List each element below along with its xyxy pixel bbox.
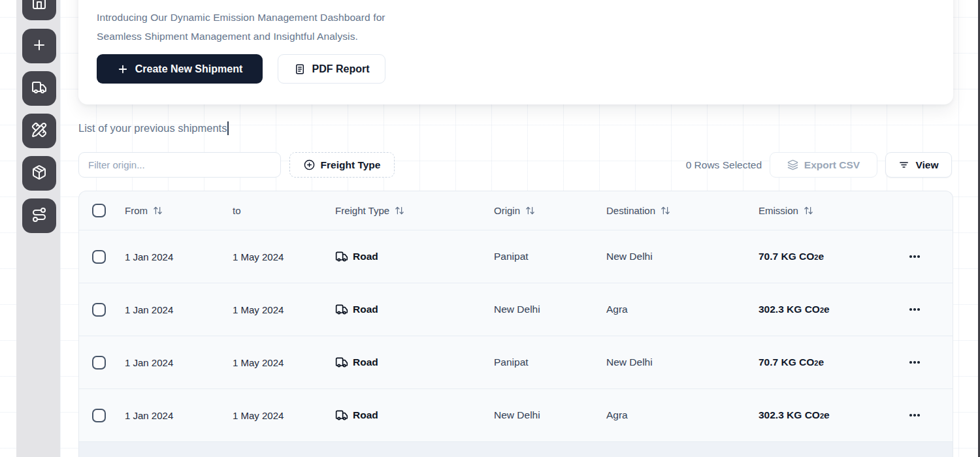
emission-unit-tail: e xyxy=(818,251,824,262)
cell-freight-type: Road xyxy=(335,250,494,263)
cell-from: 1 Jan 2024 xyxy=(125,251,233,262)
column-header-destination[interactable]: Destination xyxy=(606,205,759,216)
emission-value: 70.7 KG CO xyxy=(759,356,814,368)
plus-icon xyxy=(31,37,47,55)
freight-type-filter-button[interactable]: Freight Type xyxy=(289,152,395,178)
truck-icon xyxy=(335,356,348,369)
cell-emission: 70.7 KG CO2e xyxy=(759,251,907,262)
select-row-checkbox[interactable] xyxy=(92,250,106,264)
truck-icon xyxy=(335,409,348,422)
pdf-report-label: PDF Report xyxy=(312,63,370,75)
list-heading-text: List of your previous shipments xyxy=(78,122,227,134)
hero-card: Introducing Our Dynamic Emission Managem… xyxy=(78,0,953,104)
sort-icon xyxy=(395,206,404,215)
pencil-ruler-icon xyxy=(31,122,47,140)
table-header-row: From to Freight Type Origin Destination … xyxy=(79,191,953,230)
column-label: From xyxy=(125,205,148,216)
emission-value: 302.3 KG CO xyxy=(759,409,820,421)
freight-type-label: Road xyxy=(353,356,378,368)
table-footer-strip xyxy=(79,442,953,457)
sidebar-item-packages[interactable] xyxy=(22,156,56,191)
sidebar-item-home[interactable] xyxy=(22,0,56,20)
report-icon xyxy=(294,63,306,75)
list-heading: List of your previous shipments xyxy=(78,121,229,135)
row-actions-button[interactable] xyxy=(907,251,923,262)
filter-origin-input[interactable] xyxy=(78,152,281,178)
export-csv-label: Export CSV xyxy=(804,159,860,171)
plus-icon xyxy=(117,63,129,75)
view-options-label: View xyxy=(915,159,938,171)
shipments-table: From to Freight Type Origin Destination … xyxy=(78,191,953,457)
cell-freight-type: Road xyxy=(335,409,494,422)
sort-icon xyxy=(153,206,163,215)
cell-to: 1 May 2024 xyxy=(233,304,335,315)
route-icon xyxy=(31,207,47,225)
cell-from: 1 Jan 2024 xyxy=(125,410,233,421)
hero-description: Introducing Our Dynamic Emission Managem… xyxy=(97,8,385,46)
circle-plus-icon xyxy=(304,159,315,170)
cell-origin: New Delhi xyxy=(494,304,606,315)
cell-destination: Agra xyxy=(606,409,759,421)
column-header-origin[interactable]: Origin xyxy=(494,205,606,216)
truck-icon xyxy=(31,80,47,98)
hero-actions: Create New Shipment PDF Report xyxy=(97,54,385,84)
table-toolbar: Freight Type 0 Rows Selected Export CSV … xyxy=(0,152,980,178)
cell-emission: 302.3 KG CO2e xyxy=(759,304,907,315)
sidebar xyxy=(16,0,60,457)
column-label: Freight Type xyxy=(335,205,389,216)
table-row: 1 Jan 2024 1 May 2024 Road New Delhi Agr… xyxy=(79,283,953,336)
column-label: to xyxy=(233,205,241,216)
export-csv-button[interactable]: Export CSV xyxy=(770,152,877,178)
cell-freight-type: Road xyxy=(335,356,494,369)
freight-type-label: Road xyxy=(353,409,378,421)
sidebar-item-routes[interactable] xyxy=(22,198,56,233)
cell-destination: Agra xyxy=(606,304,759,315)
emission-unit-tail: e xyxy=(824,409,830,421)
cell-to: 1 May 2024 xyxy=(233,357,335,368)
table-row: 1 Jan 2024 1 May 2024 Road Panipat New D… xyxy=(79,230,953,283)
freight-type-label: Road xyxy=(353,304,378,315)
table-row: 1 Jan 2024 1 May 2024 Road Panipat New D… xyxy=(79,336,953,389)
cell-to: 1 May 2024 xyxy=(233,410,335,421)
filter-lines-icon xyxy=(898,159,909,170)
view-options-button[interactable]: View xyxy=(885,152,952,178)
column-label: Emission xyxy=(759,205,798,216)
create-new-shipment-label: Create New Shipment xyxy=(135,63,242,75)
package-icon xyxy=(31,165,47,183)
cell-emission: 70.7 KG CO2e xyxy=(759,356,907,368)
emission-value: 70.7 KG CO xyxy=(759,251,814,262)
row-actions-button[interactable] xyxy=(907,357,923,368)
column-header-from[interactable]: From xyxy=(125,205,233,216)
pdf-report-button[interactable]: PDF Report xyxy=(278,54,385,84)
select-all-checkbox[interactable] xyxy=(92,204,106,217)
sort-icon xyxy=(661,206,670,215)
column-header-emission[interactable]: Emission xyxy=(759,205,907,216)
home-icon xyxy=(31,0,47,12)
column-header-to[interactable]: to xyxy=(233,205,335,216)
text-cursor xyxy=(227,121,229,135)
layers-icon xyxy=(787,159,798,170)
cell-origin: Panipat xyxy=(494,356,606,368)
hero-description-line1: Introducing Our Dynamic Emission Managem… xyxy=(97,8,385,27)
cell-from: 1 Jan 2024 xyxy=(125,357,233,368)
select-row-checkbox[interactable] xyxy=(92,356,106,370)
create-new-shipment-button[interactable]: Create New Shipment xyxy=(97,54,263,84)
truck-icon xyxy=(335,303,348,316)
row-actions-button[interactable] xyxy=(907,410,923,420)
cell-from: 1 Jan 2024 xyxy=(125,304,233,315)
emission-unit-tail: e xyxy=(818,356,824,368)
sidebar-item-planner[interactable] xyxy=(22,114,56,148)
cell-origin: Panipat xyxy=(494,251,606,262)
sort-icon xyxy=(804,206,813,215)
sidebar-item-shipments[interactable] xyxy=(22,71,56,106)
sidebar-item-new[interactable] xyxy=(22,29,56,63)
sort-icon xyxy=(525,206,535,215)
select-row-checkbox[interactable] xyxy=(92,303,106,317)
freight-type-filter-label: Freight Type xyxy=(321,159,381,171)
select-row-checkbox[interactable] xyxy=(92,409,106,422)
cell-freight-type: Road xyxy=(335,303,494,316)
row-actions-button[interactable] xyxy=(907,304,923,315)
truck-icon xyxy=(335,250,348,263)
column-header-freight-type[interactable]: Freight Type xyxy=(335,205,494,216)
emission-value: 302.3 KG CO xyxy=(759,304,820,315)
